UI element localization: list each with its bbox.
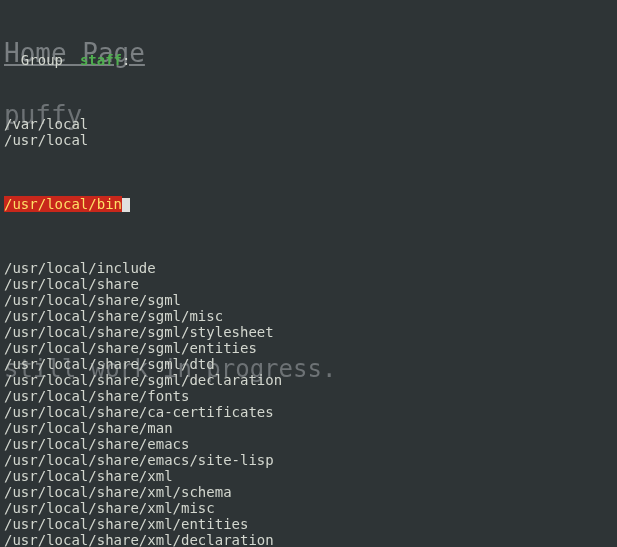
path-line: /usr/local/share/sgml <box>4 292 617 308</box>
path-line: /usr/local/include <box>4 260 617 276</box>
highlight-bin: /usr/local/bin <box>4 196 617 212</box>
path-usr-local-bin: /usr/local/bin <box>4 196 122 212</box>
path-line: /usr/local/share/ca-certificates <box>4 404 617 420</box>
group-line-staff: Group staff: <box>4 52 617 68</box>
path-line: /usr/local/share/xml/schema <box>4 484 617 500</box>
path-line: /var/local <box>4 116 617 132</box>
path-line: /usr/local <box>4 132 617 148</box>
path-line: /usr/local/share/sgml/misc <box>4 308 617 324</box>
path-line: /usr/local/share/xml <box>4 468 617 484</box>
path-line: /usr/local/share/man <box>4 420 617 436</box>
group-label: Group <box>21 52 63 68</box>
colon: : <box>122 52 130 68</box>
path-line: /usr/local/share/xml/declaration <box>4 532 617 547</box>
path-line: /usr/local/share/sgml/stylesheet <box>4 324 617 340</box>
path-line: /usr/local/share/emacs/site-lisp <box>4 452 617 468</box>
path-line: /usr/local/share <box>4 276 617 292</box>
path-line: /usr/local/share/xml/misc <box>4 500 617 516</box>
group-name-staff: staff <box>80 52 122 68</box>
path-line: /usr/local/share/sgml/dtd <box>4 356 617 372</box>
path-line: /usr/local/share/fonts <box>4 388 617 404</box>
path-line: /usr/local/share/sgml/declaration <box>4 372 617 388</box>
path-line: /usr/local/share/sgml/entities <box>4 340 617 356</box>
terminal-output[interactable]: Group staff: /var/local/usr/local /usr/l… <box>0 0 617 547</box>
terminal-cursor <box>122 198 130 212</box>
path-line: /usr/local/share/emacs <box>4 436 617 452</box>
path-line: /usr/local/share/xml/entities <box>4 516 617 532</box>
